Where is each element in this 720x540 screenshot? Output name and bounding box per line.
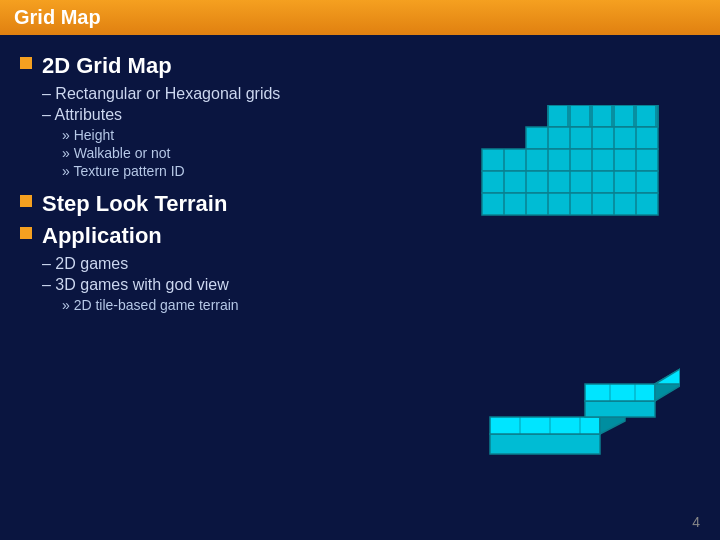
grid-row-1 [526, 127, 658, 149]
grid-visual [480, 105, 680, 265]
app-children-list: 2D tile-based game terrain [62, 297, 460, 313]
app-child-tile-terrain: 2D tile-based game terrain [62, 297, 460, 313]
page-number: 4 [692, 514, 700, 530]
bullet-icon [20, 227, 32, 239]
attr-walkable: Walkable or not [62, 145, 460, 161]
attributes-list: Height Walkable or not Texture pattern I… [62, 127, 460, 179]
grid-svg [480, 105, 680, 265]
terrain-svg [480, 349, 680, 479]
sub-item-3d-games: 3D games with god view [42, 276, 460, 294]
lower-front [490, 434, 600, 454]
bullet-application: Application [20, 223, 460, 249]
grid-rows-2-4 [482, 149, 658, 215]
bullet-label: Step Look Terrain [42, 191, 227, 217]
visual-column [460, 53, 700, 521]
attr-texture: Texture pattern ID [62, 163, 460, 179]
attr-height: Height [62, 127, 460, 143]
title-bar: Grid Map [0, 0, 720, 35]
sub-list-application: 2D games 3D games with god view 2D tile-… [42, 255, 460, 313]
bullet-label: 2D Grid Map [42, 53, 172, 79]
upper-front [585, 401, 655, 417]
svg-rect-1 [548, 105, 658, 127]
lower-top [490, 417, 600, 434]
upper-top [585, 384, 655, 401]
sub-item-rectangular: Rectangular or Hexagonal grids [42, 85, 460, 103]
text-column: 2D Grid Map Rectangular or Hexagonal gri… [20, 53, 460, 521]
bullet-icon [20, 57, 32, 69]
bullet-icon [20, 195, 32, 207]
sub-list-2d: Rectangular or Hexagonal grids Attribute… [42, 85, 460, 179]
terrain-visual [480, 349, 680, 479]
bullet-2d-grid-map: 2D Grid Map [20, 53, 460, 79]
bullet-label: Application [42, 223, 162, 249]
sub-item-attributes: Attributes [42, 106, 460, 124]
main-content: 2D Grid Map Rectangular or Hexagonal gri… [0, 35, 720, 531]
grid-row-0 [548, 105, 658, 127]
page-title: Grid Map [14, 6, 101, 29]
bullet-step-look-terrain: Step Look Terrain [20, 191, 460, 217]
sub-item-2d-games: 2D games [42, 255, 460, 273]
upper-right-top [655, 369, 680, 384]
